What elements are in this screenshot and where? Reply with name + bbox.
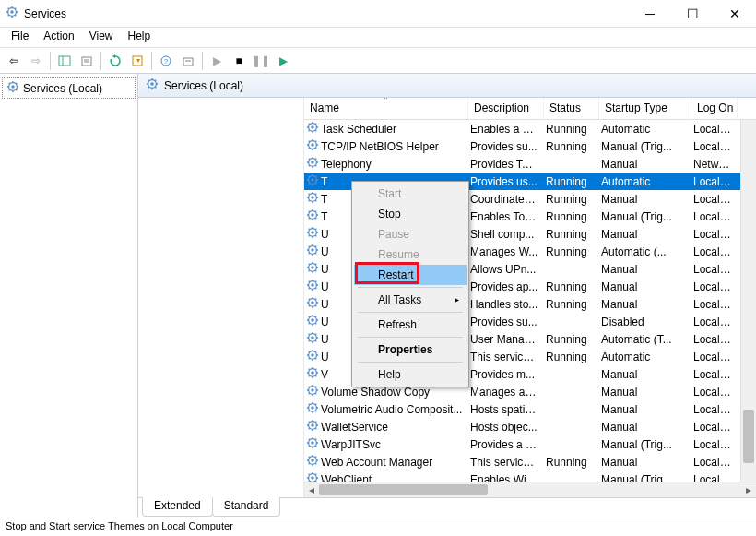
service-description: Enables Tou... (468, 210, 544, 223)
content-header: Services (Local) (138, 74, 756, 98)
forward-button[interactable]: ⇨ (26, 51, 46, 71)
service-startup: Manual (599, 386, 691, 399)
service-logon: Local Se (691, 403, 738, 416)
service-startup: Manual (599, 298, 691, 311)
export-list-button[interactable] (127, 51, 148, 71)
help-button[interactable]: ? (156, 51, 176, 71)
menu-file[interactable]: File (4, 28, 36, 47)
svg-rect-10 (183, 58, 193, 66)
vertical-scrollbar[interactable] (740, 120, 756, 482)
service-name: U (321, 280, 329, 293)
service-logon: Local Sy (691, 351, 738, 363)
service-logon: Local Sy (691, 298, 738, 311)
service-logon: Local Sy (691, 193, 738, 206)
service-name: Volumetric Audio Composit... (321, 403, 462, 416)
restart-service-button[interactable]: ▶ (273, 51, 293, 71)
ctx-help[interactable]: Help (354, 364, 467, 385)
service-logon: Local Sy (691, 386, 738, 399)
service-description: Provides us... (468, 175, 544, 188)
ctx-refresh[interactable]: Refresh (354, 315, 467, 335)
service-name: U (321, 333, 329, 346)
column-startup[interactable]: Startup Type (599, 98, 691, 119)
table-row[interactable]: TCP/IP NetBIOS HelperProvides su...Runni… (304, 137, 756, 155)
service-icon (306, 208, 319, 224)
service-status: Running (544, 298, 599, 311)
tab-extended[interactable]: Extended (142, 497, 213, 517)
service-startup: Manual (Trig... (599, 438, 691, 451)
service-icon (306, 314, 319, 329)
ctx-all-tasks[interactable]: All Tasks▸ (354, 290, 467, 310)
service-logon: Local Sy (691, 456, 738, 469)
service-icon (306, 244, 319, 259)
service-startup: Manual (Trig... (599, 210, 691, 223)
service-logon: Network (691, 158, 738, 171)
table-row[interactable]: Web Account ManagerThis service ...Runni… (304, 453, 756, 470)
table-row[interactable]: WarpJITSvcProvides a JI...Manual (Trig..… (304, 435, 756, 453)
service-description: This service ... (468, 456, 544, 469)
column-headers: Name⌃ Description Status Startup Type Lo… (304, 98, 756, 120)
close-button[interactable]: ✕ (714, 0, 756, 28)
service-icon (306, 331, 319, 347)
service-logon: Local Sy (691, 280, 738, 293)
svg-text:?: ? (164, 57, 169, 66)
column-logon[interactable]: Log On (691, 98, 738, 119)
stop-service-button[interactable]: ■ (229, 51, 249, 71)
table-row[interactable]: Volumetric Audio Composit...Hosts spatia… (304, 400, 756, 418)
service-startup: Manual (599, 158, 691, 171)
service-startup: Manual (Trig... (599, 140, 691, 153)
minimize-button[interactable]: ─ (629, 0, 671, 28)
table-row[interactable]: TelephonyProvides Tel...ManualNetwork (304, 155, 756, 173)
service-description: Hosts objec... (468, 421, 544, 434)
service-logon: Local Se (691, 140, 738, 153)
pause-service-button[interactable]: ❚❚ (251, 51, 271, 71)
service-description: Manages W... (468, 245, 544, 258)
menu-view[interactable]: View (82, 28, 121, 47)
service-logon: Local Sy (691, 175, 738, 188)
refresh-button[interactable] (105, 51, 125, 71)
table-row[interactable]: WalletServiceHosts objec...ManualLocal S… (304, 418, 756, 435)
service-startup: Automatic (... (599, 245, 691, 258)
ctx-restart[interactable]: Restart (354, 265, 467, 285)
service-logon: Local Sy (691, 228, 738, 241)
services-icon (146, 77, 159, 93)
service-logon: Local Sy (691, 333, 738, 346)
service-name: U (321, 351, 329, 363)
ctx-stop[interactable]: Stop (354, 204, 467, 224)
service-startup: Automatic (599, 175, 691, 188)
service-icon (306, 138, 319, 154)
column-status[interactable]: Status (544, 98, 599, 119)
table-row[interactable]: Task SchedulerEnables a us...RunningAuto… (304, 120, 756, 137)
service-icon (306, 296, 319, 312)
service-name: T (321, 210, 327, 223)
properties-button[interactable] (178, 51, 198, 71)
window-title: Services (24, 7, 66, 20)
service-logon: Local Sy (691, 245, 738, 258)
start-service-button[interactable]: ▶ (207, 51, 227, 71)
back-button[interactable]: ⇦ (4, 51, 24, 71)
ctx-start: Start (354, 184, 467, 204)
service-name: U (321, 298, 329, 311)
menu-action[interactable]: Action (36, 28, 81, 47)
tab-standard[interactable]: Standard (212, 497, 281, 517)
horizontal-scrollbar[interactable]: ◂▸ (304, 482, 756, 497)
export-button[interactable] (77, 51, 97, 71)
service-description: Hosts spatia... (468, 403, 544, 416)
menu-help[interactable]: Help (121, 28, 159, 47)
column-description[interactable]: Description (468, 98, 544, 119)
service-startup: Manual (599, 263, 691, 276)
show-hide-tree-button[interactable] (54, 51, 75, 71)
service-status: Running (544, 193, 599, 206)
service-icon (306, 226, 319, 242)
service-startup: Disabled (599, 316, 691, 328)
service-status: Running (544, 456, 599, 469)
maximize-button[interactable]: ☐ (671, 0, 714, 28)
column-name[interactable]: Name⌃ (304, 98, 468, 119)
service-status: Running (544, 140, 599, 153)
view-tabs: Extended Standard (138, 497, 756, 518)
service-status: Running (544, 123, 599, 136)
tree-root-item[interactable]: Services (Local) (2, 77, 136, 99)
service-status: Running (544, 333, 599, 346)
service-icon (306, 436, 319, 452)
service-description: Provides ap... (468, 280, 544, 293)
ctx-properties[interactable]: Properties (354, 339, 467, 360)
